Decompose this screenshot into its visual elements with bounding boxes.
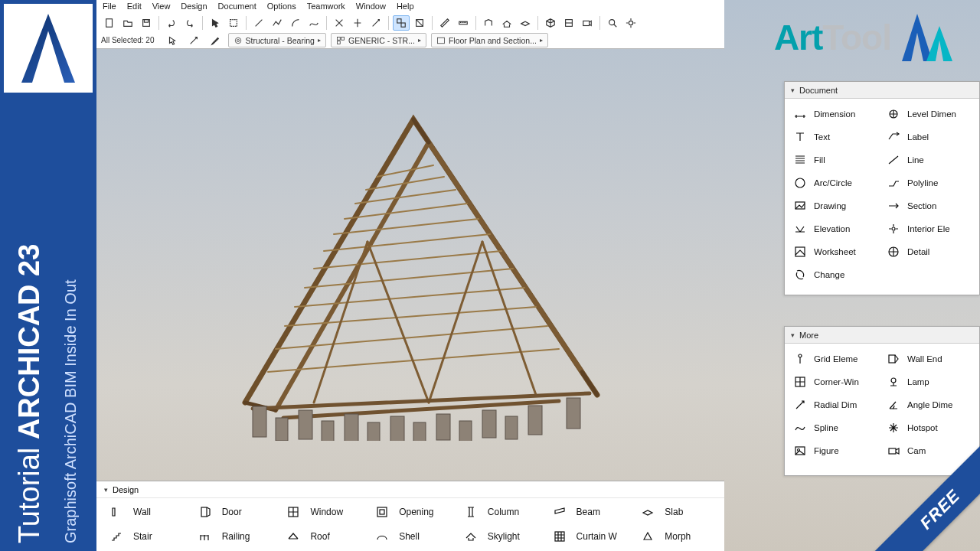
- wall-icon: [107, 504, 126, 520]
- door-icon: [196, 504, 214, 520]
- door-tool[interactable]: Door: [191, 500, 276, 524]
- menu-design[interactable]: Design: [181, 2, 207, 12]
- stair-tool[interactable]: Stair: [103, 524, 187, 549]
- wall-quick-button[interactable]: [480, 15, 497, 31]
- menu-help[interactable]: Help: [397, 2, 414, 12]
- worksheet-tool[interactable]: Worksheet: [791, 241, 880, 262]
- polyline-tool[interactable]: Polyline: [884, 172, 973, 194]
- svg-rect-48: [380, 510, 384, 514]
- wall-tool[interactable]: Wall: [103, 500, 187, 524]
- arc-circle-tool[interactable]: Arc/Circle: [791, 172, 880, 194]
- material-selector[interactable]: GENERIC - STR...▸: [331, 33, 426, 47]
- open-file-button[interactable]: [119, 15, 136, 31]
- window-tool[interactable]: Window: [279, 500, 364, 524]
- tool-label: Wall: [133, 507, 151, 517]
- ruler-button[interactable]: [455, 15, 472, 31]
- camera-button[interactable]: [579, 15, 596, 31]
- menu-teamwork[interactable]: Teamwork: [307, 2, 345, 12]
- document-palette-header[interactable]: Document: [785, 82, 979, 99]
- wall-end-tool[interactable]: Wall End: [884, 348, 973, 370]
- camera-tool[interactable]: Cam: [884, 440, 973, 461]
- trim-tool-button[interactable]: [331, 15, 348, 31]
- svg-rect-44: [889, 448, 896, 454]
- tool-label: Opening: [399, 507, 433, 517]
- menu-file[interactable]: File: [103, 2, 116, 12]
- marquee-tool-button[interactable]: [225, 15, 242, 31]
- shell-icon: [373, 528, 391, 545]
- save-button[interactable]: [138, 15, 155, 31]
- tool-label: Elevation: [814, 224, 850, 233]
- section-tool[interactable]: Section: [884, 195, 973, 217]
- roof-quick-button[interactable]: [498, 15, 515, 31]
- line-tool-button[interactable]: [250, 15, 267, 31]
- detail-tool[interactable]: Detail: [884, 241, 973, 262]
- angle-dimension-tool[interactable]: Angle Dime: [884, 394, 973, 416]
- morph-tool[interactable]: Morph: [634, 524, 718, 549]
- roof-icon: [284, 528, 302, 545]
- redo-button[interactable]: [181, 15, 198, 31]
- undo-button[interactable]: [163, 15, 180, 31]
- new-file-button[interactable]: [101, 15, 118, 31]
- skylight-tool[interactable]: Skylight: [457, 524, 541, 549]
- text-tool[interactable]: Text: [791, 126, 880, 148]
- document-palette: Document DimensionLevel DimenTextLabelFi…: [784, 81, 980, 295]
- polyline-tool-button[interactable]: [269, 15, 286, 31]
- slab-tool[interactable]: Slab: [634, 500, 718, 524]
- measure-button[interactable]: [436, 15, 453, 31]
- find-select-button[interactable]: [604, 15, 621, 31]
- info-settings-button[interactable]: [164, 33, 181, 48]
- spline-tool-button[interactable]: [305, 15, 322, 31]
- curtain-wall-tool[interactable]: Curtain W: [546, 524, 630, 549]
- interior-elevation-tool[interactable]: Interior Ele: [884, 218, 973, 240]
- section-view-button[interactable]: [560, 15, 577, 31]
- shell-tool[interactable]: Shell: [368, 524, 452, 549]
- viewset-selector[interactable]: Floor Plan and Section...▸: [431, 33, 548, 47]
- grid-element-tool[interactable]: Grid Eleme: [791, 348, 880, 370]
- tool-label: Beam: [577, 507, 600, 517]
- arrow-tool-button[interactable]: [207, 15, 224, 31]
- spline-tool[interactable]: Spline: [791, 417, 880, 439]
- layer-selector[interactable]: Structural - Bearing▸: [228, 33, 326, 47]
- column-tool[interactable]: Column: [457, 500, 541, 524]
- dimension-tool[interactable]: Dimension: [791, 103, 880, 125]
- label-tool[interactable]: Label: [884, 126, 973, 148]
- pick-button[interactable]: [185, 33, 202, 48]
- tool-label: Polyline: [907, 178, 938, 187]
- figure-tool[interactable]: Figure: [791, 440, 880, 461]
- svg-rect-20: [345, 414, 358, 441]
- curtain-wall-icon: [550, 528, 569, 545]
- eyedropper-button[interactable]: [207, 33, 224, 48]
- suspend-groups-button[interactable]: [411, 15, 428, 31]
- group-toggle-button[interactable]: [393, 15, 410, 31]
- railing-tool[interactable]: Railing: [191, 524, 276, 549]
- 3d-view-button[interactable]: [542, 15, 559, 31]
- slab-quick-button[interactable]: [517, 15, 534, 31]
- drawing-tool[interactable]: Drawing: [791, 195, 880, 217]
- level-dimension-tool[interactable]: Level Dimen: [884, 103, 973, 125]
- angle-dimension-icon: [886, 397, 901, 412]
- adjust-tool-button[interactable]: [368, 15, 384, 31]
- line-tool[interactable]: Line: [884, 149, 973, 171]
- opening-tool[interactable]: Opening: [368, 500, 452, 524]
- settings-button[interactable]: [622, 15, 639, 31]
- arc-tool-button[interactable]: [287, 15, 304, 31]
- beam-tool[interactable]: Beam: [546, 500, 630, 524]
- elevation-tool[interactable]: Elevation: [791, 218, 880, 240]
- menu-view[interactable]: View: [152, 2, 171, 12]
- tool-label: Radial Dim: [814, 400, 857, 409]
- split-tool-button[interactable]: [349, 15, 366, 31]
- menu-options[interactable]: Options: [267, 2, 296, 12]
- lamp-tool[interactable]: Lamp: [884, 371, 973, 393]
- more-palette-header[interactable]: More: [785, 327, 979, 344]
- corner-window-tool[interactable]: Corner-Win: [791, 371, 880, 393]
- design-toolbox-header[interactable]: Design: [96, 481, 724, 498]
- radial-dimension-tool[interactable]: Radial Dim: [791, 394, 880, 416]
- menu-window[interactable]: Window: [356, 2, 386, 12]
- menu-document[interactable]: Document: [218, 2, 256, 12]
- menu-edit[interactable]: Edit: [127, 2, 142, 12]
- change-tool[interactable]: Change: [791, 264, 880, 285]
- hotspot-tool[interactable]: Hotspot: [884, 417, 973, 439]
- 3d-viewport[interactable]: [145, 51, 681, 479]
- roof-tool[interactable]: Roof: [279, 524, 364, 549]
- fill-tool[interactable]: Fill: [791, 149, 880, 171]
